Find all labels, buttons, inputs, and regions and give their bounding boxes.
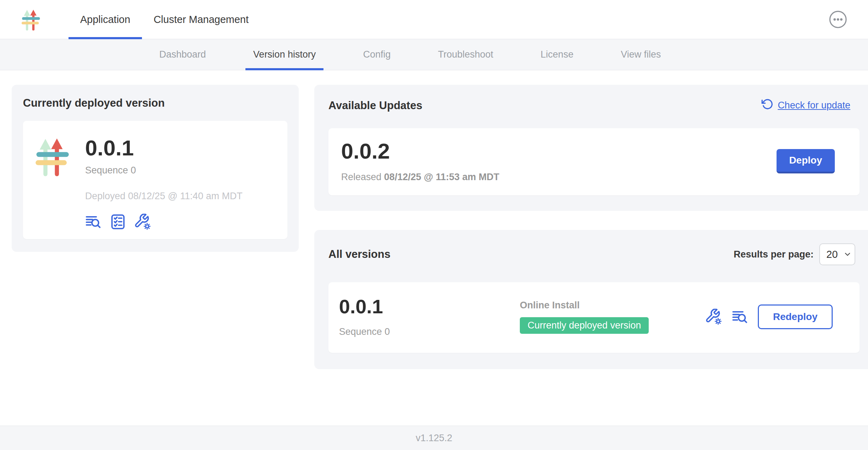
ellipsis-circle-icon bbox=[828, 25, 848, 30]
subtab-troubleshoot-label: Troubleshoot bbox=[438, 49, 493, 60]
install-type-label: Online Install bbox=[520, 300, 706, 311]
currently-deployed-title: Currently deployed version bbox=[23, 97, 287, 109]
version-row: 0.0.1 Sequence 0 Online Install Currentl… bbox=[328, 282, 860, 353]
subtab-config-label: Config bbox=[363, 49, 391, 60]
all-versions-card: All versions Results per page: 20 bbox=[314, 230, 868, 369]
main-content: Currently deployed version 0.0.1 Sequenc bbox=[0, 70, 868, 369]
logs-icon[interactable] bbox=[85, 214, 101, 230]
refresh-icon bbox=[761, 98, 773, 113]
console-footer: v1.125.2 bbox=[0, 426, 868, 450]
subtab-view-files[interactable]: View files bbox=[613, 39, 669, 70]
tab-cluster-management-label: Cluster Management bbox=[154, 14, 249, 25]
update-row: 0.0.2 Released 08/12/25 @ 11:53 am MDT D… bbox=[328, 128, 860, 195]
subtab-version-history[interactable]: Version history bbox=[245, 39, 323, 70]
results-per-page-label: Results per page: bbox=[733, 249, 814, 260]
logs-icon[interactable] bbox=[732, 309, 748, 325]
tab-application-label: Application bbox=[80, 14, 130, 25]
update-released-timestamp: Released 08/12/25 @ 11:53 am MDT bbox=[341, 172, 499, 183]
check-for-update-link[interactable]: Check for update bbox=[761, 98, 850, 113]
check-for-update-label: Check for update bbox=[778, 100, 850, 111]
top-nav: Application Cluster Management bbox=[69, 0, 260, 39]
config-icon[interactable] bbox=[706, 309, 722, 325]
subtab-license-label: License bbox=[541, 49, 573, 60]
currently-deployed-badge: Currently deployed version bbox=[520, 317, 649, 334]
currently-deployed-version-card: 0.0.1 Sequence 0 Deployed 08/12/25 @ 11:… bbox=[23, 121, 287, 239]
tab-cluster-management[interactable]: Cluster Management bbox=[142, 0, 260, 39]
subtab-dashboard-label: Dashboard bbox=[159, 49, 206, 60]
console-version: v1.125.2 bbox=[416, 433, 452, 444]
results-per-page-select[interactable]: 20 bbox=[819, 243, 855, 265]
subtab-dashboard[interactable]: Dashboard bbox=[151, 39, 214, 70]
right-column: Available Updates Check for update 0.0.2… bbox=[314, 85, 868, 369]
subtab-troubleshoot[interactable]: Troubleshoot bbox=[430, 39, 501, 70]
available-updates-card: Available Updates Check for update 0.0.2… bbox=[314, 85, 868, 211]
app-logo-icon bbox=[34, 134, 75, 178]
top-bar: Application Cluster Management bbox=[0, 0, 868, 39]
subtab-version-history-label: Version history bbox=[253, 49, 316, 60]
update-version-number: 0.0.2 bbox=[341, 140, 499, 162]
subtab-config[interactable]: Config bbox=[355, 39, 398, 70]
deployed-version-number: 0.0.1 bbox=[85, 136, 243, 159]
deploy-button[interactable]: Deploy bbox=[777, 149, 835, 173]
subtab-license[interactable]: License bbox=[533, 39, 581, 70]
results-per-page: Results per page: 20 bbox=[733, 243, 855, 265]
row-sequence: Sequence 0 bbox=[339, 326, 520, 337]
currently-deployed-card: Currently deployed version 0.0.1 Sequenc bbox=[12, 85, 299, 252]
app-sub-nav: Dashboard Version history Config Trouble… bbox=[0, 39, 868, 70]
redeploy-button[interactable]: Redeploy bbox=[758, 304, 833, 329]
more-menu-button[interactable] bbox=[828, 10, 848, 29]
all-versions-title: All versions bbox=[328, 248, 391, 261]
available-updates-title: Available Updates bbox=[328, 99, 422, 112]
deployed-sequence: Sequence 0 bbox=[85, 165, 243, 176]
row-version-number: 0.0.1 bbox=[339, 296, 520, 317]
preflight-checks-icon[interactable] bbox=[110, 214, 126, 230]
config-icon[interactable] bbox=[135, 214, 151, 230]
version-action-icons bbox=[85, 214, 243, 230]
app-logo-icon bbox=[20, 7, 43, 32]
subtab-view-files-label: View files bbox=[621, 49, 661, 60]
tab-application[interactable]: Application bbox=[69, 0, 142, 39]
deployed-timestamp: Deployed 08/12/25 @ 11:40 am MDT bbox=[85, 191, 243, 202]
row-action-icons: Redeploy bbox=[706, 304, 833, 329]
